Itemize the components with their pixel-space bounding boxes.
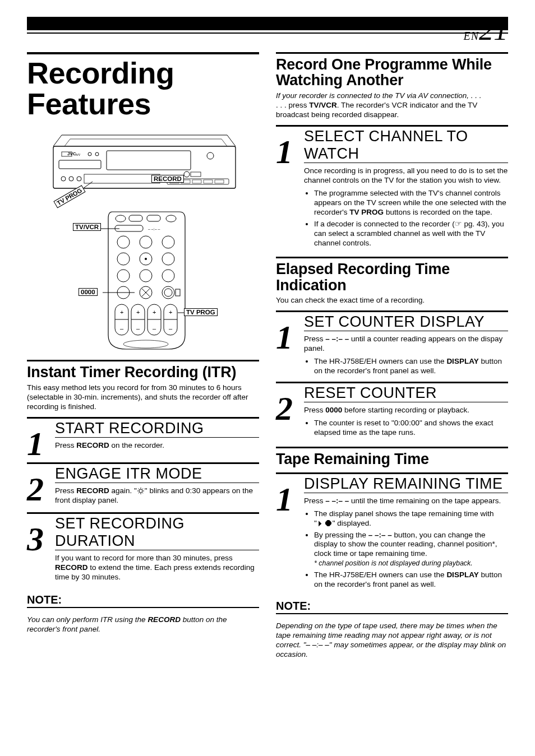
remaining-bullet-3: The HR-J758E/EH owners can use the DISPL… <box>314 571 508 590</box>
itr-step-2: 2 ENGAGE ITR MODE Press RECORD again. ""… <box>27 462 259 509</box>
svg-point-29 <box>140 236 152 248</box>
svg-point-5 <box>95 152 99 156</box>
elapsed-intro: You can check the exact time of a record… <box>276 295 508 305</box>
svg-point-28 <box>117 236 130 248</box>
svg-line-71 <box>142 489 143 489</box>
remote-diagram: – –:– – <box>73 206 213 352</box>
remaining-step-1: 1 DISPLAY REMAINING TIME Press – –:– – u… <box>276 472 508 592</box>
svg-point-43 <box>164 289 172 296</box>
itr-step1-desc: Press RECORD on the recorder. <box>55 441 259 451</box>
svg-text:–: – <box>153 325 156 332</box>
elapsed-step-2: 2 RESET COUNTER Press 0000 before starti… <box>276 382 508 440</box>
elapsed-step2-desc: Press 0000 before starting recording or … <box>304 406 508 415</box>
elapsed-step1-bullets: The HR-J758E/EH owners can use the DISPL… <box>304 357 508 376</box>
page: EN21 Recording Features <box>0 0 535 689</box>
svg-rect-19 <box>215 180 224 183</box>
vcr-diagram: JVC A/V <box>42 129 244 200</box>
svg-rect-1 <box>59 160 101 169</box>
step-number-1-icon: 1 <box>27 429 55 459</box>
remaining-note-body: Depending on the type of tape used, ther… <box>276 622 508 660</box>
itr-step2-desc: Press RECORD again. "" blinks and 0:30 a… <box>55 486 259 505</box>
svg-rect-23 <box>129 215 142 221</box>
itr-step3-title: SET RECORDING DURATION <box>55 515 259 550</box>
svg-line-70 <box>142 493 143 493</box>
elapsed-step2-bullet: The counter is reset to "0:00:00" and sh… <box>314 419 508 438</box>
recwatch-step1-title: SELECT CHANNEL TO WATCH <box>304 128 508 163</box>
svg-point-63 <box>123 340 168 348</box>
svg-text:+: + <box>153 309 156 316</box>
page-num-value: 21 <box>479 14 508 46</box>
svg-point-40 <box>145 258 147 260</box>
rec-blink-icon <box>137 488 145 494</box>
recwatch-step-1: 1 SELECT CHANNEL TO WATCH Once recording… <box>276 125 508 250</box>
svg-point-10 <box>77 177 81 181</box>
remaining-heading: Tape Remaining Time <box>276 447 508 467</box>
svg-text:+: + <box>120 309 123 316</box>
svg-text:–: – <box>120 325 124 332</box>
svg-text:–: – <box>169 325 173 332</box>
tvprog-callout: TV PROG <box>184 308 218 316</box>
remaining-bullets: The display panel shows the tape remaini… <box>304 509 508 590</box>
elapsed-step1-title: SET COUNTER DISPLAY <box>304 313 508 331</box>
svg-point-4 <box>88 152 91 156</box>
recwatch-intro: If your recorder is connected to the TV … <box>276 91 508 120</box>
svg-rect-11 <box>84 174 160 183</box>
step-number-1-icon: 1 <box>276 484 304 514</box>
elapsed-step1-desc: Press – –:– – until a counter reading ap… <box>304 335 508 354</box>
step-number-1-icon: 1 <box>276 322 304 353</box>
svg-point-21 <box>116 215 126 222</box>
recwatch-bullet-1: The programme selected with the TV's cha… <box>314 189 508 217</box>
zero-callout: 0000 <box>79 288 98 296</box>
recwatch-bullets: The programme selected with the TV's cha… <box>304 189 508 248</box>
svg-rect-13 <box>191 172 201 177</box>
page-number: EN21 <box>27 13 508 47</box>
remaining-bullet-2: By pressing the – –:– – button, you can … <box>314 531 508 569</box>
svg-text:– –:– –: – –:– – <box>148 227 160 231</box>
page-en-label: EN <box>463 30 479 42</box>
remaining-note-head: NOTE: <box>276 600 508 614</box>
svg-point-9 <box>69 177 73 181</box>
itr-step3-desc: If you want to record for more than 30 m… <box>55 554 259 582</box>
svg-text:+: + <box>169 309 172 316</box>
svg-point-33 <box>162 253 174 265</box>
record-callout: RECORD <box>151 175 184 183</box>
svg-point-64 <box>139 489 142 493</box>
itr-step-1: 1 START RECORDING Press RECORD on the re… <box>27 417 259 459</box>
itr-note-body: You can only perform ITR using the RECOR… <box>27 615 259 634</box>
svg-rect-18 <box>204 180 213 183</box>
left-column: Recording Features JVC A <box>27 52 259 667</box>
itr-note-head: NOTE: <box>27 593 259 608</box>
elapsed-step2-bullets: The counter is reset to "0:00:00" and sh… <box>304 419 508 438</box>
elapsed-heading: Elapsed Recording Time Indication <box>276 257 508 293</box>
svg-point-12 <box>184 171 190 177</box>
svg-text:A/V: A/V <box>76 153 81 156</box>
svg-point-30 <box>162 236 174 248</box>
svg-point-35 <box>140 270 152 282</box>
svg-rect-17 <box>192 180 201 183</box>
remaining-step1-desc: Press – –:– – until the time remaining o… <box>304 497 508 506</box>
elapsed-step1-bullet: The HR-J758E/EH owners can use the DISPL… <box>314 357 508 376</box>
svg-point-7 <box>207 152 214 159</box>
recwatch-step1-desc: Once recording is in progress, all you n… <box>304 166 508 185</box>
svg-text:–: – <box>136 325 140 332</box>
svg-point-36 <box>162 270 174 282</box>
step-number-3-icon: 3 <box>27 524 55 554</box>
elapsed-step2-title: RESET COUNTER <box>304 384 508 402</box>
columns: Recording Features JVC A <box>27 52 508 667</box>
step-number-2-icon: 2 <box>27 474 55 504</box>
itr-step1-title: START RECORDING <box>55 420 259 438</box>
step-number-1-icon: 1 <box>276 137 304 167</box>
itr-intro: This easy method lets you record for fro… <box>27 383 259 412</box>
svg-rect-0 <box>53 146 236 188</box>
main-title: Recording Features <box>27 52 259 119</box>
svg-rect-24 <box>147 215 160 221</box>
svg-rect-44 <box>176 289 180 296</box>
remaining-bullet-1: The display panel shows the tape remaini… <box>314 509 508 528</box>
step-number-2-icon: 2 <box>276 393 304 424</box>
tvvcr-callout: TV/VCR <box>73 223 101 231</box>
svg-text:+: + <box>136 309 140 316</box>
svg-point-8 <box>61 177 66 181</box>
svg-rect-6 <box>107 151 191 170</box>
svg-line-72 <box>139 493 139 493</box>
svg-line-69 <box>139 489 139 489</box>
